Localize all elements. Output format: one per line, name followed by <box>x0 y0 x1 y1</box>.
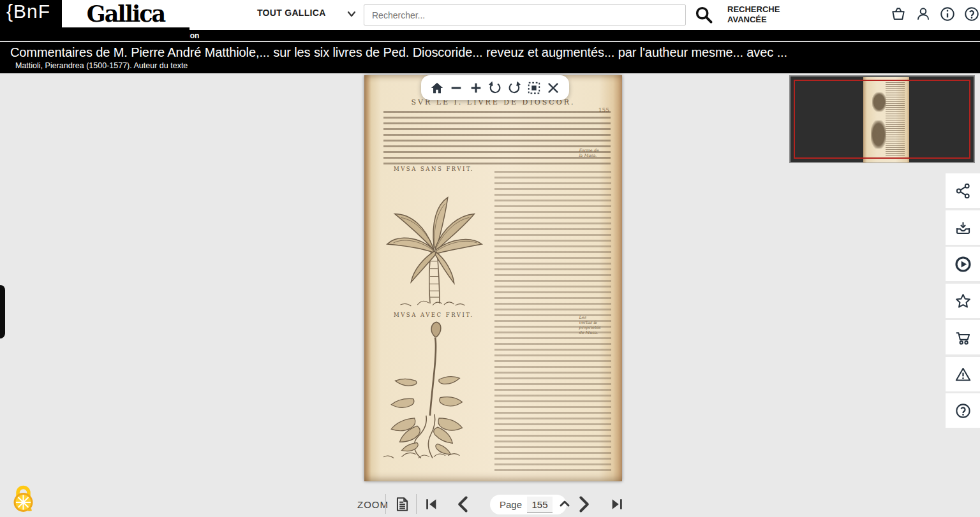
gallica-logo-box[interactable]: Gallica <box>62 0 189 27</box>
zoom-label: ZOOM <box>357 499 389 510</box>
scope-selector[interactable]: TOUT GALLICA <box>257 8 326 18</box>
page-up-icon[interactable] <box>559 499 570 510</box>
play-icon[interactable] <box>946 247 980 281</box>
info-icon[interactable] <box>939 6 956 22</box>
page-navigation: ZOOM Page <box>0 491 980 517</box>
help-circle-icon[interactable] <box>946 393 980 428</box>
star-icon[interactable] <box>946 284 980 318</box>
rotate-right-icon[interactable] <box>506 80 523 96</box>
woodcut-musa-avec-fruit <box>376 321 492 460</box>
brand-block: {BnF Gallica <box>0 0 189 41</box>
figure2-caption: MVSA AVEC FRVIT. <box>394 312 473 318</box>
image-toolbar <box>421 75 569 100</box>
search-input[interactable] <box>364 4 686 25</box>
page-number-control: Page <box>490 495 567 514</box>
gallica-viewer-app: TOUT GALLICA RECHERCHE AVANCÉE {BnF Gall… <box>0 0 980 517</box>
margin-note: Forme de la Musa. <box>579 148 600 158</box>
search-icon[interactable] <box>694 5 713 24</box>
basket-icon[interactable] <box>890 6 907 22</box>
next-page-icon[interactable] <box>575 495 593 513</box>
zoom-in-icon[interactable] <box>468 80 484 96</box>
chevron-down-icon[interactable] <box>347 11 356 17</box>
woodcut-musa-sans-fruit <box>380 176 489 309</box>
first-page-icon[interactable] <box>424 497 438 511</box>
scanned-page[interactable]: SVR LE I. LIVRE DE DIOSCOR. 155 MVSA SAN… <box>364 75 622 481</box>
minimap-navigator[interactable] <box>789 75 975 163</box>
last-page-icon[interactable] <box>610 497 624 511</box>
download-icon[interactable] <box>946 210 980 245</box>
previous-page-icon[interactable] <box>454 495 472 513</box>
contents-icon[interactable] <box>394 496 410 513</box>
home-icon[interactable] <box>429 80 445 96</box>
left-panel-handle[interactable] <box>0 285 5 339</box>
share-icon[interactable] <box>946 173 980 208</box>
advanced-search-line1: RECHERCHE <box>727 4 780 15</box>
close-icon[interactable] <box>545 80 561 96</box>
page-number-input[interactable] <box>527 497 553 513</box>
cart-icon[interactable] <box>946 320 980 354</box>
divider <box>416 494 417 514</box>
viewer-canvas[interactable]: SVR LE I. LIVRE DE DIOSCOR. 155 MVSA SAN… <box>0 73 980 517</box>
document-author: Mattioli, Pierandrea (1500-1577). Auteur… <box>15 61 188 70</box>
warning-icon[interactable] <box>946 357 980 391</box>
privacy-consent-lock-icon[interactable] <box>11 483 36 513</box>
minimap-viewport[interactable] <box>794 80 970 159</box>
select-zone-icon[interactable] <box>526 80 542 96</box>
gallica-logo: Gallica <box>87 3 165 25</box>
document-titlebar: Commentaires de M. Pierre André Matthiol… <box>0 42 980 73</box>
figure1-caption: MVSA SANS FRVIT. <box>394 166 474 172</box>
advanced-search-link[interactable]: RECHERCHE AVANCÉE <box>727 4 780 25</box>
page-text-block <box>383 111 611 168</box>
margin-note: Les vertus & proprietés de Musa. <box>579 315 600 335</box>
divider <box>385 494 386 514</box>
page-label: Page <box>500 499 522 510</box>
divider <box>0 41 980 42</box>
advanced-search-line2: AVANCÉE <box>727 15 780 25</box>
zoom-out-icon[interactable] <box>448 80 464 96</box>
search-box <box>364 4 686 25</box>
help-icon[interactable] <box>963 6 980 22</box>
bnf-logo[interactable]: {BnF <box>6 1 50 22</box>
rotate-left-icon[interactable] <box>487 80 503 96</box>
user-icon[interactable] <box>915 6 932 22</box>
page-title: Commentaires de M. Pierre André Matthiol… <box>10 45 967 60</box>
